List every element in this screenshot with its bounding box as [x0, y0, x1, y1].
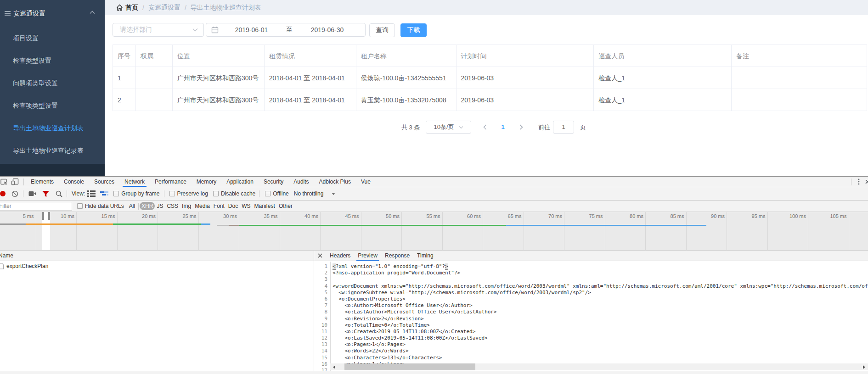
search-icon[interactable]: [56, 190, 62, 197]
page-number-current[interactable]: 1: [498, 121, 507, 134]
devtools-tab[interactable]: Memory: [192, 177, 221, 187]
ruler-label: 35 ms: [264, 213, 278, 219]
devtools-tab[interactable]: Vue: [356, 177, 376, 187]
sidebar-item[interactable]: 项目设置: [0, 27, 105, 50]
sidebar-item[interactable]: 检查类型设置: [0, 50, 105, 72]
details-tab[interactable]: Timing: [413, 251, 437, 261]
devtools-tab[interactable]: Performance: [150, 177, 192, 187]
scroll-right-icon[interactable]: [860, 363, 868, 370]
scroll-left-icon[interactable]: [330, 363, 338, 370]
large-request-rows-icon[interactable]: [87, 190, 96, 197]
calendar-icon: [211, 26, 219, 33]
goto-page-label: 前往: [538, 123, 550, 132]
sidebar-group-label: 安巡通设置: [13, 10, 45, 18]
query-button[interactable]: 查询: [369, 23, 395, 37]
details-tab[interactable]: Preview: [354, 251, 381, 261]
capture-screenshots-icon[interactable]: [28, 191, 36, 196]
request-row[interactable]: exportCheckPlan: [0, 261, 314, 271]
ruler-label: 30 ms: [223, 213, 237, 219]
ruler-gridline: [645, 212, 646, 250]
devtools-tab[interactable]: Audits: [288, 177, 314, 187]
sidebar-item[interactable]: 导出土地物业巡查计划表: [0, 117, 105, 140]
pagination-total: 共 3 条: [401, 123, 420, 132]
selection-handle[interactable]: [42, 212, 44, 220]
goto-page-input[interactable]: 1: [553, 121, 574, 134]
ruler-label: 80 ms: [630, 213, 643, 219]
device-toolbar-icon[interactable]: [11, 178, 19, 185]
sidebar-item[interactable]: 导出土地物业巡查记录表: [0, 140, 105, 162]
page-size-select[interactable]: 10条/页: [426, 121, 471, 134]
date-end-input[interactable]: 2019-06-30: [294, 26, 360, 33]
preserve-log-checkbox[interactable]: [169, 191, 175, 196]
date-range-picker[interactable]: 2019-06-01 至 2019-06-30: [206, 23, 366, 37]
close-devtools-icon[interactable]: [865, 178, 868, 185]
chevron-down-icon: [459, 126, 463, 129]
inspect-element-icon[interactable]: [0, 178, 8, 185]
page-size-label: 10条/页: [434, 123, 454, 131]
devtools-tab[interactable]: Console: [59, 177, 89, 187]
devtools-tab[interactable]: Network: [119, 177, 150, 187]
scrollbar-thumb[interactable]: [344, 363, 475, 370]
devtools-tab[interactable]: Security: [259, 177, 288, 187]
more-options-icon[interactable]: [855, 178, 862, 185]
prev-page-button[interactable]: [480, 121, 490, 134]
department-select[interactable]: 请选择部门: [113, 23, 204, 37]
ruler-gridline: [76, 212, 77, 250]
devtools-tab[interactable]: Application: [221, 177, 259, 187]
details-tab[interactable]: Response: [381, 251, 413, 261]
selection-handle[interactable]: [48, 212, 50, 220]
table-cell: 2018-04-01 至 2018-04-01: [265, 89, 356, 111]
sidebar-item[interactable]: 检查项类型设置: [0, 95, 105, 117]
table-row[interactable]: 2广州市天河区林和西路300号2018-04-01 至 2018-04-01黄玉…: [113, 89, 867, 111]
sidebar-item[interactable]: 问题项类型设置: [0, 72, 105, 95]
next-page-button[interactable]: [517, 121, 526, 134]
group-by-frame-label: Group by frame: [121, 190, 159, 197]
preserve-log-label: Preserve log: [177, 190, 208, 197]
download-button[interactable]: 下载: [400, 23, 427, 37]
sidebar-group-title[interactable]: 安巡通设置: [0, 0, 105, 27]
horizontal-scrollbar[interactable]: [330, 363, 868, 370]
table-cell: 2019-06-03: [457, 89, 594, 111]
filter-icon[interactable]: [42, 190, 50, 197]
code-line: 15 <o:Characters>131</o:Characters>: [314, 355, 868, 361]
record-network-log-icon[interactable]: [0, 191, 6, 196]
table-cell: 1: [113, 67, 136, 89]
filter-type-doc[interactable]: Doc: [226, 202, 240, 210]
filter-type-ws[interactable]: WS: [240, 202, 252, 210]
network-overview[interactable]: 5 ms10 ms15 ms20 ms25 ms30 ms35 ms40 ms4…: [0, 212, 868, 251]
offline-checkbox[interactable]: [265, 191, 271, 196]
admin-app: 安巡通设置 项目设置 检查类型设置 问题项类型设置 检查项类型设置 导出土地物业…: [0, 0, 868, 176]
close-details-icon[interactable]: [314, 251, 326, 261]
chevron-up-icon: [90, 11, 95, 14]
details-tab[interactable]: Headers: [326, 251, 354, 261]
filter-type-manifest[interactable]: Manifest: [253, 202, 277, 210]
devtools-tab[interactable]: Adblock Plus: [314, 177, 356, 187]
devtools-tab[interactable]: Sources: [89, 177, 119, 187]
filter-type-media[interactable]: Media: [193, 202, 212, 210]
preview-code[interactable]: 1<?xml version="1.0" encoding="utf-8"?>2…: [314, 262, 868, 371]
devtools-tab[interactable]: Elements: [26, 177, 59, 187]
code-line: 4<w:wordDocument xmlns:w="http://schemas…: [314, 283, 868, 290]
breadcrumb-home[interactable]: 首页: [116, 4, 138, 12]
clear-network-log-icon[interactable]: [11, 190, 18, 197]
network-filter-input[interactable]: Filter: [0, 202, 72, 211]
throttling-select[interactable]: No throttling: [294, 190, 324, 197]
filter-type-other[interactable]: Other: [277, 202, 294, 210]
table-header-cell: 租户名称: [356, 45, 457, 67]
hide-data-urls-checkbox[interactable]: [77, 203, 83, 209]
filter-type-all[interactable]: All: [129, 203, 135, 209]
breadcrumb-item[interactable]: 安巡通设置: [148, 4, 180, 12]
table-row[interactable]: 1广州市天河区林和西路300号2018-04-01 至 2018-04-01侯焕…: [113, 67, 867, 89]
date-start-input[interactable]: 2019-06-01: [219, 26, 284, 33]
table-body: 1广州市天河区林和西路300号2018-04-01 至 2018-04-01侯焕…: [113, 67, 867, 111]
filter-type-js[interactable]: JS: [155, 202, 165, 210]
show-overview-icon[interactable]: [100, 190, 108, 197]
filter-type-font[interactable]: Font: [212, 202, 226, 210]
filter-type-img[interactable]: Img: [180, 202, 193, 210]
filter-type-css[interactable]: CSS: [165, 202, 180, 210]
name-column-header[interactable]: Name: [0, 251, 314, 261]
disable-cache-checkbox[interactable]: [213, 191, 219, 196]
group-by-frame-checkbox[interactable]: [113, 191, 119, 196]
filter-type-xhr[interactable]: XHR: [140, 202, 155, 210]
code-line: 7 <o:Author>Microsoft Office User</o:Aut…: [314, 302, 868, 309]
